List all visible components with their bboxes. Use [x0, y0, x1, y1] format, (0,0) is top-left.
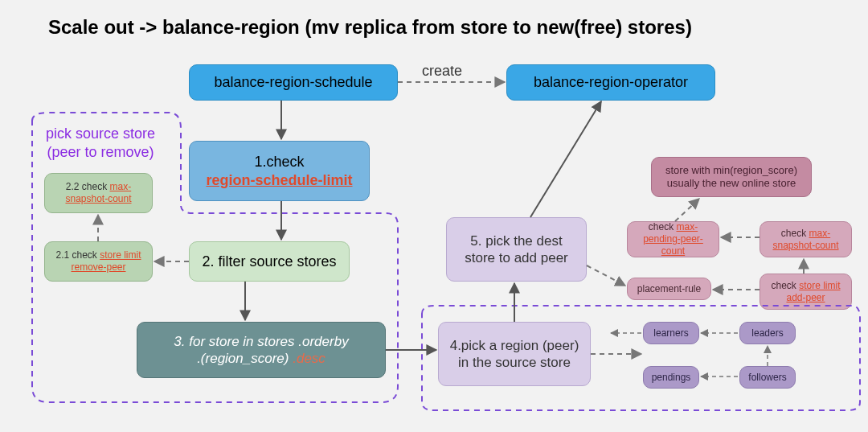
- learners-node: learners: [643, 322, 699, 344]
- leaders-node: leaders: [739, 322, 796, 344]
- diagram-title: Scale out -> balance-region (mv replica …: [48, 16, 692, 39]
- step3-line1: 3. for store in stores .orderby: [174, 334, 348, 349]
- pendings-node: pendings: [643, 366, 699, 389]
- min-score-note: store with min(region_score) usually the…: [651, 157, 812, 197]
- followers-node: followers: [739, 366, 796, 389]
- check-max-snapshot: check max-snapshot-count: [760, 221, 852, 257]
- step1-text: 1.check: [254, 154, 304, 170]
- step2-2-snapshot: 2.2 check max-snapshot-count: [44, 173, 153, 213]
- check-max-pending: check max-pending-peer-count: [627, 221, 719, 257]
- svg-line-10: [587, 265, 625, 286]
- step3-orderby: 3. for store in stores .orderby .(region…: [137, 322, 386, 378]
- balance-region-operator-node: balance-region-operator: [506, 64, 715, 101]
- step1-check-schedule-limit: 1.check region-schedule-limit: [189, 141, 370, 201]
- step3-line2a: .(region_score): [197, 351, 293, 366]
- svg-line-14: [675, 199, 699, 221]
- chk-snap-pre: check: [781, 228, 809, 239]
- step4-pick-region: 4.pick a region (peer) in the source sto…: [438, 322, 591, 386]
- check-store-limit-add: check store limit add-peer: [760, 274, 852, 310]
- step2-1-store-limit: 2.1 check store limit remove-peer: [44, 241, 153, 282]
- step3-line2b: .desc: [293, 351, 326, 366]
- placement-rule-node: placement-rule: [627, 278, 711, 300]
- step5-pick-dest: 5. pick the dest store to add peer: [446, 217, 587, 282]
- step1-link-text: region-schedule-limit: [206, 172, 352, 188]
- step2-1-pre: 2.1 check: [55, 249, 100, 261]
- create-edge-label: create: [422, 63, 462, 80]
- chk-pend-pre: check: [649, 221, 677, 232]
- balance-region-schedule-node: balance-region-schedule: [189, 64, 398, 101]
- pick-source-store-label: pick source store(peer to remove): [36, 125, 165, 163]
- step2-2-pre: 2.2 check: [66, 181, 110, 192]
- chk-add-pre: check: [771, 280, 799, 291]
- svg-line-5: [530, 101, 601, 217]
- step2-filter-source-stores: 2. filter source stores: [189, 241, 350, 282]
